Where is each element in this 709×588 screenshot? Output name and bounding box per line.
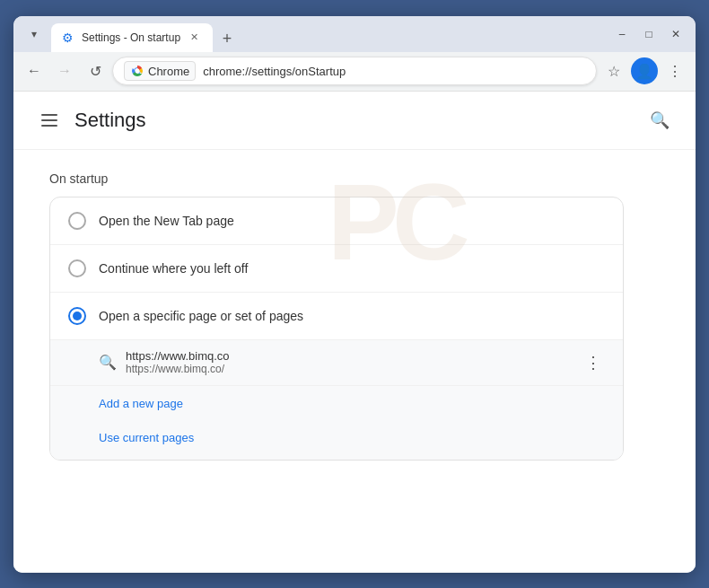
hamburger-line-3 [41, 125, 57, 127]
new-tab-button[interactable]: + [214, 27, 240, 52]
title-bar-controls: – □ ✕ [609, 22, 688, 47]
minimize-button[interactable]: – [609, 22, 635, 47]
reload-button[interactable]: ↺ [82, 57, 109, 84]
maximize-button[interactable]: □ [636, 22, 661, 47]
option-specific-label: Open a specific page or set of pages [99, 309, 303, 323]
settings-search-button[interactable]: 🔍 [645, 106, 674, 135]
chrome-logo-icon [130, 64, 144, 78]
dropdown-btn[interactable]: ▾ [21, 21, 48, 48]
tab-bar: ⚙ Settings - On startup ✕ + [51, 16, 606, 52]
page-entry-text: https://www.bimq.co https://www.bimq.co/ [126, 349, 573, 375]
chrome-label: Chrome [148, 65, 189, 78]
page-content: Settings 🔍 PC On startup Open the New Ta… [13, 92, 696, 573]
page-url-sub: https://www.bimq.co/ [126, 363, 573, 375]
tab-title: Settings - On startup [82, 31, 180, 44]
settings-body: PC On startup Open the New Tab page Cont… [13, 150, 696, 482]
page-url-main: https://www.bimq.co [126, 349, 573, 363]
bookmark-button[interactable]: ☆ [600, 57, 627, 84]
specific-section: Open a specific page or set of pages 🔍 h… [50, 292, 623, 460]
browser-window: ▾ ⚙ Settings - On startup ✕ + – □ ✕ ← → … [13, 16, 696, 573]
page-search-icon: 🔍 [99, 354, 117, 371]
settings-title: Settings [74, 109, 146, 132]
url-bar[interactable]: Chrome chrome://settings/onStartup [112, 57, 597, 85]
radio-new-tab[interactable] [68, 212, 86, 230]
use-current-pages-link[interactable]: Use current pages [99, 431, 194, 444]
search-icon: 🔍 [650, 110, 670, 130]
use-current-row: Use current pages [50, 420, 623, 460]
tab-close-button[interactable]: ✕ [186, 30, 202, 46]
profile-icon: 👤 [635, 63, 653, 80]
chrome-badge: Chrome [124, 61, 196, 81]
radio-specific[interactable] [68, 307, 86, 325]
options-card: Open the New Tab page Continue where you… [49, 197, 624, 461]
radio-selected-dot [73, 312, 82, 320]
settings-header-left: Settings [35, 106, 146, 135]
section-title: On startup [49, 171, 660, 186]
svg-point-1 [136, 69, 140, 74]
close-button[interactable]: ✕ [663, 22, 688, 47]
settings-header: Settings 🔍 [13, 92, 696, 150]
forward-button[interactable]: → [51, 57, 78, 84]
option-specific[interactable]: Open a specific page or set of pages [50, 293, 623, 339]
title-bar: ▾ ⚙ Settings - On startup ✕ + – □ ✕ [13, 16, 696, 52]
option-continue-label: Continue where you left off [99, 261, 248, 276]
page-entry-row: 🔍 https://www.bimq.co https://www.bimq.c… [50, 339, 623, 385]
radio-continue[interactable] [68, 259, 86, 277]
address-bar: ← → ↺ Chrome chrome://settings/onStartup… [13, 52, 696, 92]
url-text: chrome://settings/onStartup [203, 65, 585, 78]
settings-tab-icon: ⚙ [62, 31, 76, 45]
option-continue[interactable]: Continue where you left off [50, 244, 623, 292]
hamburger-line-1 [41, 114, 57, 116]
profile-button[interactable]: 👤 [631, 57, 658, 84]
page-entry-menu-button[interactable]: ⋮ [582, 349, 605, 376]
option-new-tab-label: Open the New Tab page [99, 214, 234, 228]
hamburger-menu-button[interactable] [35, 106, 64, 135]
title-bar-left: ▾ [21, 21, 48, 48]
back-button[interactable]: ← [21, 57, 48, 84]
option-new-tab[interactable]: Open the New Tab page [50, 197, 623, 244]
settings-page: Settings 🔍 PC On startup Open the New Ta… [13, 92, 696, 482]
add-page-row: Add a new page [50, 385, 623, 420]
active-tab[interactable]: ⚙ Settings - On startup ✕ [51, 23, 213, 52]
hamburger-line-2 [41, 119, 57, 121]
add-new-page-link[interactable]: Add a new page [99, 397, 183, 410]
chrome-menu-button[interactable]: ⋮ [661, 57, 688, 84]
